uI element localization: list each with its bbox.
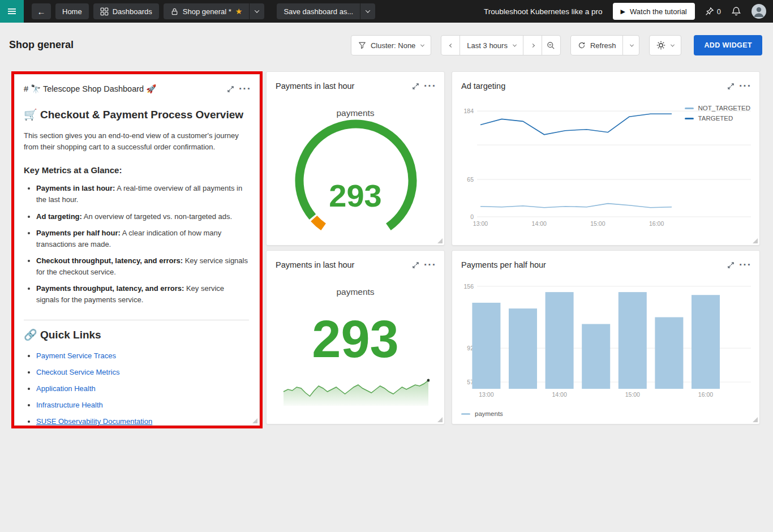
refresh-icon — [578, 41, 586, 49]
widget-menu-button[interactable]: ··· — [423, 79, 437, 93]
watch-tutorial-label: Watch the tutorial — [630, 7, 687, 16]
legend-label: TARGETED — [698, 115, 733, 122]
svg-text:15:00: 15:00 — [590, 220, 605, 227]
legend-swatch — [461, 413, 470, 415]
save-dashboard-as-button[interactable]: Save dashboard as... — [277, 3, 360, 19]
expand-icon — [412, 83, 419, 90]
widget-menu-button[interactable]: ··· — [423, 258, 437, 272]
ellipsis-icon: ··· — [424, 262, 436, 268]
link-infrastructure-health[interactable]: Infrastructure Health — [36, 401, 103, 409]
svg-text:156: 156 — [463, 283, 474, 290]
widget-payments-gauge: Payments in last hour ··· payments 293 — [266, 71, 445, 246]
resize-handle[interactable] — [252, 418, 257, 423]
legend-label: NOT_TARGETED — [698, 105, 750, 111]
hamburger-icon — [7, 7, 17, 16]
list-item: Application Health — [36, 383, 249, 394]
link-checkout-service-metrics[interactable]: Checkout Service Metrics — [36, 368, 119, 376]
avatar[interactable] — [751, 4, 766, 19]
metric-term: Ad targeting: — [36, 212, 82, 221]
refresh-dropdown[interactable] — [622, 35, 639, 55]
widget-payments-number: Payments in last hour ··· payments 293 — [266, 250, 445, 424]
chevron-down-icon — [630, 42, 634, 46]
resize-handle[interactable] — [753, 417, 758, 422]
current-dashboard-dropdown[interactable] — [250, 3, 264, 19]
chevron-left-icon — [449, 43, 453, 47]
list-item: Checkout Service Metrics — [36, 367, 249, 378]
list-item: Payments throughput, latency, and errors… — [36, 283, 249, 306]
page-title: Shop general — [9, 39, 74, 51]
widget-menu-button[interactable]: ··· — [238, 82, 252, 96]
save-as-group: Save dashboard as... — [277, 3, 375, 19]
home-button[interactable]: Home — [55, 3, 89, 19]
widget-markdown: # 🔭 Telescope Shop Dashboard 🚀 ··· 🛒 Che… — [14, 74, 260, 426]
svg-text:16:00: 16:00 — [698, 391, 713, 398]
expand-icon — [727, 83, 735, 90]
widget-menu-button[interactable]: ··· — [738, 258, 753, 272]
link-suse-observability-docs[interactable]: SUSE Observability Documentation — [36, 417, 152, 426]
widget-ad-targeting: Ad targeting ··· 18465013:0014:0015:0016… — [452, 71, 760, 246]
metric-term: Payments per half hour: — [36, 229, 121, 237]
link-application-health[interactable]: Application Health — [36, 384, 96, 393]
chevron-down-icon — [671, 42, 675, 46]
resize-handle[interactable] — [753, 238, 758, 243]
expand-widget-button[interactable] — [408, 258, 423, 272]
topbar-right: Troubleshoot Kubernetes like a pro ▶ Wat… — [484, 3, 766, 20]
widget-title: Payments per half hour — [461, 260, 723, 269]
metric-term: Payments throughput, latency, and errors… — [36, 284, 184, 293]
sparkline-chart — [282, 371, 430, 406]
quick-links-heading: 🔗 Quick Links — [24, 328, 249, 341]
watch-tutorial-button[interactable]: ▶ Watch the tutorial — [613, 3, 695, 20]
dashboards-button[interactable]: Dashboards — [93, 3, 159, 19]
dashboards-label: Dashboards — [113, 7, 152, 16]
time-forward-button[interactable] — [523, 35, 542, 55]
play-icon: ▶ — [621, 8, 625, 15]
time-range-button[interactable]: Last 3 hours — [459, 35, 523, 55]
overview-intro: This section gives you an end-to-end vie… — [24, 130, 249, 153]
divider — [24, 320, 249, 320]
time-back-button[interactable] — [441, 35, 460, 55]
settings-button[interactable] — [649, 35, 681, 55]
list-item: Payment Service Traces — [36, 350, 249, 362]
svg-text:184: 184 — [463, 108, 474, 114]
svg-text:65: 65 — [467, 176, 474, 183]
svg-text:13:00: 13:00 — [473, 220, 488, 227]
hamburger-menu-button[interactable] — [0, 0, 24, 23]
pinned-items-button[interactable]: 0 — [705, 7, 721, 16]
expand-widget-button[interactable] — [223, 82, 238, 96]
save-dashboard-as-dropdown[interactable] — [360, 3, 375, 19]
legend-swatch — [685, 118, 694, 119]
expand-widget-button[interactable] — [723, 258, 738, 272]
svg-text:14:00: 14:00 — [552, 391, 566, 398]
list-item: Payments per half hour: A clear indicati… — [36, 228, 249, 250]
metric-term: Payments in last hour: — [36, 184, 115, 192]
current-dashboard-button[interactable]: Shop general * ★ — [164, 3, 250, 19]
gear-icon — [656, 41, 665, 50]
bell-icon[interactable] — [731, 6, 741, 16]
list-item: Infrastructure Health — [36, 400, 249, 411]
ellipsis-icon: ··· — [739, 83, 751, 89]
chevron-down-icon — [255, 8, 259, 12]
back-button[interactable]: ← — [32, 3, 51, 19]
svg-text:13:00: 13:00 — [479, 391, 493, 398]
resize-handle[interactable] — [437, 417, 443, 422]
cluster-filter-button[interactable]: Cluster: None — [351, 35, 431, 55]
widget-menu-button[interactable]: ··· — [738, 79, 753, 93]
favorite-star-icon[interactable]: ★ — [235, 7, 243, 15]
zoom-out-icon — [547, 41, 555, 50]
resize-handle[interactable] — [437, 238, 443, 243]
svg-text:15:00: 15:00 — [625, 391, 640, 398]
legend-item: payments — [461, 410, 503, 417]
expand-widget-button[interactable] — [723, 79, 738, 93]
zoom-out-button[interactable] — [542, 35, 561, 55]
link-payment-service-traces[interactable]: Payment Service Traces — [36, 351, 116, 360]
refresh-button[interactable]: Refresh — [570, 35, 624, 55]
filter-funnel-icon — [358, 41, 366, 49]
widget-title: Ad targeting — [461, 81, 723, 91]
legend-item: NOT_TARGETED — [685, 105, 750, 111]
payments-value: 293 — [267, 313, 444, 365]
add-widget-button[interactable]: ADD WIDGET — [694, 35, 762, 55]
expand-icon — [412, 261, 419, 269]
expand-widget-button[interactable] — [408, 79, 423, 93]
widget-title: Payments in last hour — [276, 81, 408, 91]
chevron-down-icon — [420, 42, 424, 46]
